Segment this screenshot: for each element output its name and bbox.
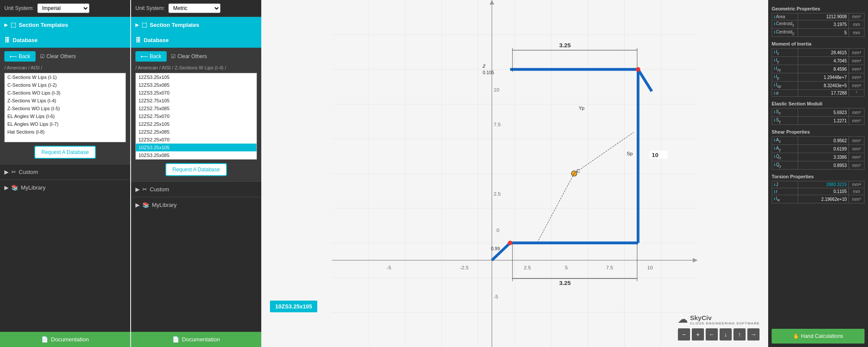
middle-database-block: 🗄 Database ⟵ Back ☑ Clear Others / Ameri… (131, 33, 261, 181)
middle-breadcrumb: / American / AISI / Z-Sections W Lips (I… (135, 65, 257, 70)
prop-row: ℹQz 3.3386 mm³ (772, 153, 865, 161)
list-item[interactable]: 10ZS3.25x085 (136, 151, 256, 159)
section-label-box: 10ZS3.25x105 (270, 301, 317, 312)
prop-row: ℹIz 28.4615 mm⁴ (772, 49, 865, 57)
left-unit-row: Unit System: Imperial Metric (0, 0, 130, 16)
list-item[interactable]: Hat Sections (I-8) (5, 128, 125, 136)
moment-inertia-title: Moment of Inertia (772, 41, 865, 46)
list-item[interactable]: Z-Sections WO Lips (I-5) (5, 105, 125, 112)
left-panel: Unit System: Imperial Metric ▶ ⬚ Section… (0, 0, 130, 347)
svg-text:Yp: Yp (579, 105, 584, 111)
hand-calculations-button[interactable]: ✋ Hand Calculations (772, 329, 865, 344)
middle-custom-label: Custom (150, 186, 169, 193)
left-section-templates-block: ▶ ⬚ Section Templates (0, 16, 130, 33)
doc-icon-left: 📄 (41, 336, 48, 343)
geometric-props-title: Geometric Properties (772, 6, 865, 11)
middle-list-box[interactable]: 12ZS3.25x105 12ZS3.25x085 12ZS3.25x070 1… (135, 73, 257, 160)
list-item[interactable]: 12ZS2.25x105 (136, 120, 256, 128)
left-section-templates-header[interactable]: ▶ ⬚ Section Templates (0, 17, 130, 33)
list-item[interactable]: 12ZS2.75x085 (136, 105, 256, 112)
left-list-box[interactable]: C-Sections W Lips (I-1) C-Sections W Lip… (4, 73, 126, 142)
section-label-text: 10ZS3.25x105 (275, 303, 312, 310)
left-mylibrary-section[interactable]: ▶ 📚 MyLibrary (0, 180, 130, 195)
svg-text:z: z (482, 63, 486, 69)
middle-database-header[interactable]: 🗄 Database (131, 33, 261, 48)
middle-back-button[interactable]: ⟵ Back (135, 51, 167, 62)
section-graph[interactable]: -5 -2.5 2.5 5 7.5 10 10 7.5 2.5 0 -5 3.2… (261, 0, 768, 347)
pan-up-button[interactable]: ↑ (733, 328, 746, 340)
left-mylibrary-arrow: ▶ (4, 184, 9, 191)
list-item[interactable]: 12ZS2.75x105 (136, 97, 256, 105)
prop-row: ℹIw 2.19662e+10 mm⁶ (772, 195, 865, 203)
left-back-button[interactable]: ⟵ Back (4, 51, 36, 62)
left-request-db-button[interactable]: Request A Database (34, 146, 95, 159)
geometric-props-table: ℹArea 1212.9008 mm² ℹCentroidz 3.1975 mm… (772, 13, 865, 37)
prop-row: ℹIy 4.7045 mm⁴ (772, 57, 865, 65)
left-database-header[interactable]: 🗄 Database (0, 33, 130, 48)
custom-icon-left: ✂ (11, 169, 16, 175)
left-documentation-button[interactable]: 📄 Documentation (0, 332, 130, 347)
left-clear-others[interactable]: ☑ Clear Others (40, 53, 76, 59)
left-custom-label: Custom (19, 169, 38, 175)
list-item[interactable]: EL Angles WO Lips (I-7) (5, 120, 125, 128)
list-item-selected[interactable]: 10ZS3.25x105 (136, 144, 256, 151)
custom-icon-mid: ✂ (142, 186, 147, 193)
pan-down-button[interactable]: ↓ (720, 328, 732, 340)
list-item[interactable]: C-Sections W Lips (I-2) (5, 81, 125, 89)
cloud-icon: ☁ (678, 314, 687, 325)
zoom-in-button[interactable]: + (692, 328, 704, 340)
list-item[interactable]: 12ZS3.25x085 (136, 81, 256, 89)
prop-row: ℹα 17.7288 ° (772, 90, 865, 97)
skyciv-brand: SkyCiv (690, 314, 760, 321)
pan-right-button[interactable]: → (747, 328, 760, 340)
left-custom-section[interactable]: ▶ ✂ Custom (0, 164, 130, 180)
middle-unit-select[interactable]: Imperial Metric (168, 3, 220, 13)
list-item[interactable]: 12ZS2.25x085 (136, 128, 256, 136)
list-item[interactable]: 12ZS3.25x070 (136, 89, 256, 97)
canvas-inner: -5 -2.5 2.5 5 7.5 10 10 7.5 2.5 0 -5 3.2… (261, 0, 768, 347)
middle-clear-others[interactable]: ☑ Clear Others (171, 53, 207, 59)
middle-mylibrary-section[interactable]: ▶ 📚 MyLibrary (131, 197, 261, 213)
list-item[interactable]: 12ZS2.75x070 (136, 112, 256, 120)
shear-props-table: ℹAz 0.9562 mm² ℹAy 0.6199 mm² ℹQz 3.3386… (772, 136, 865, 170)
list-item[interactable]: Z-Sections W Lips (I-4) (5, 97, 125, 105)
svg-text:0.105: 0.105 (483, 70, 494, 75)
list-item[interactable]: 12ZS3.25x105 (136, 73, 256, 81)
left-database-content: ⟵ Back ☑ Clear Others / American / AISI … (0, 48, 130, 164)
list-item[interactable]: C-Sections W Lips (I-1) (5, 73, 125, 81)
checkbox-icon-left: ☑ (40, 53, 45, 59)
elastic-section-table: ℹSz 5.6923 mm³ ℹSy 1.2271 mm³ (772, 108, 865, 125)
list-item[interactable]: 12ZS2.25x070 (136, 136, 256, 144)
moment-inertia-table: ℹIz 28.4615 mm⁴ ℹIy 4.7045 mm⁴ ℹIzy 8.45… (772, 48, 865, 97)
svg-point-57 (636, 67, 641, 72)
left-unit-select[interactable]: Imperial Metric (37, 3, 89, 13)
middle-mylibrary-label: MyLibrary (152, 202, 177, 208)
middle-database-label: Database (144, 37, 169, 43)
svg-text:Sp: Sp (627, 151, 633, 156)
middle-panel: Unit System: Imperial Metric ▶ ⬚ Section… (131, 0, 261, 347)
list-item[interactable]: 10ZS3.25x070 (136, 159, 256, 160)
list-item[interactable]: EL Angles W Lips (I-6) (5, 112, 125, 120)
pan-left-button[interactable]: ← (706, 328, 718, 340)
middle-request-db-button[interactable]: Request A Database (165, 163, 227, 176)
prop-row: ℹCentroidy 5 mm (772, 29, 865, 37)
database-icon-left: 🗄 (4, 37, 10, 43)
middle-custom-section[interactable]: ▶ ✂ Custom (131, 181, 261, 197)
svg-text:3.25: 3.25 (559, 280, 571, 286)
template-icon-mid: ⬚ (141, 21, 147, 28)
left-mylibrary-label: MyLibrary (21, 184, 46, 191)
skyciv-subtitle: CLOUD ENGINEERING SOFTWARE (690, 321, 760, 325)
middle-documentation-button[interactable]: 📄 Documentation (131, 332, 261, 347)
zoom-out-button[interactable]: − (678, 328, 690, 340)
prop-row: ℹSy 1.2271 mm³ (772, 117, 865, 125)
svg-text:7.5: 7.5 (606, 265, 613, 270)
svg-text:10: 10 (647, 265, 653, 270)
checkbox-icon-mid: ☑ (171, 53, 176, 59)
mylibrary-icon-left: 📚 (11, 184, 18, 191)
middle-mylibrary-arrow: ▶ (135, 202, 140, 208)
list-item[interactable]: C-Sections WO Lips (I-3) (5, 89, 125, 97)
svg-point-58 (508, 241, 513, 246)
svg-text:C: C (576, 168, 580, 174)
middle-section-templates-header[interactable]: ▶ ⬚ Section Templates (131, 17, 261, 33)
left-database-block: 🗄 Database ⟵ Back ☑ Clear Others / Ameri… (0, 33, 130, 164)
